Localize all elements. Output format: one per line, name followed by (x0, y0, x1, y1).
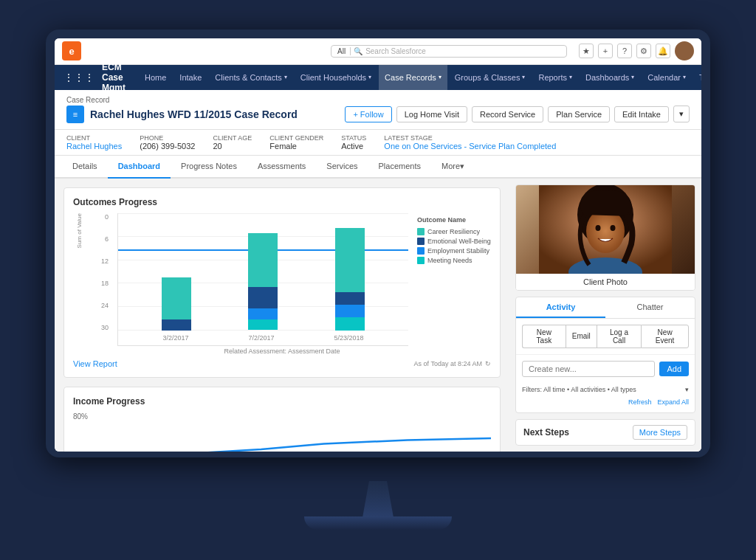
plan-service-button[interactable]: Plan Service (548, 106, 610, 122)
filter-dropdown-icon[interactable]: ▾ (685, 386, 689, 393)
activity-card: Activity Chatter New Task Email Log a Ca… (515, 297, 695, 413)
add-button[interactable]: Add (659, 362, 689, 376)
tab-activity[interactable]: Activity (516, 297, 605, 318)
refresh-link[interactable]: Refresh (628, 398, 652, 406)
legend-title: Outcome Name (417, 216, 491, 224)
nav-item-groups[interactable]: Groups & Classes ▾ (449, 65, 532, 90)
tab-chatter[interactable]: Chatter (605, 297, 695, 318)
outcomes-chart-area: Sum of Value 30 24 18 12 6 0 (73, 213, 491, 346)
nav-clients-label: Clients & Contacts (215, 73, 281, 82)
record-service-button[interactable]: Record Service (472, 106, 543, 122)
income-pct: 80% (73, 412, 491, 421)
bar-segment-1-2 (162, 319, 191, 330)
nav-item-tasks[interactable]: Tasks ▾ (693, 65, 701, 90)
help-icon[interactable]: ? (617, 44, 632, 58)
status-label: Status (341, 134, 366, 142)
nav-tasks-label: Tasks (699, 73, 701, 82)
outcomes-chart-title: Outcomes Progress (73, 197, 491, 207)
legend-dot-2 (417, 238, 425, 245)
latest-stage-value[interactable]: One on One Services - Service Plan Compl… (384, 142, 690, 151)
avatar[interactable] (675, 41, 694, 61)
x-axis-label: Related Assessment: Assessment Date (73, 348, 491, 355)
nav-item-dashboards[interactable]: Dashboards ▾ (580, 65, 640, 90)
record-header: Case Record ≡ Rachel Hughes WFD 11/2015 … (55, 90, 701, 130)
legend-item-3: Employment Stability (417, 247, 491, 255)
edit-intake-button[interactable]: Edit Intake (614, 106, 669, 122)
client-field: Client Rachel Hughes (66, 134, 122, 151)
tab-placements[interactable]: Placements (368, 156, 431, 179)
stacked-bar-1 (162, 277, 191, 331)
filters-label: Filters: All time • All activities • All… (522, 386, 636, 393)
grid-icon[interactable]: ⋮⋮⋮ (63, 72, 94, 83)
nav-item-case-records[interactable]: Case Records ▾ (379, 65, 447, 90)
more-actions-button[interactable]: ▾ (673, 106, 690, 122)
create-input[interactable] (522, 361, 655, 377)
search-bar[interactable]: All 🔍 Search Salesforce (331, 45, 567, 58)
stand-base (304, 516, 452, 530)
follow-button[interactable]: + Follow (345, 106, 391, 122)
latest-stage-field: Latest Stage One on One Services - Servi… (384, 134, 690, 151)
log-home-visit-button[interactable]: Log Home Visit (396, 106, 467, 122)
log-call-button[interactable]: Log a Call (597, 325, 642, 348)
nav-item-calendar[interactable]: Calendar ▾ (642, 65, 692, 90)
client-value[interactable]: Rachel Hughes (66, 142, 122, 151)
timestamp-text: As of Today at 8:24 AM (414, 360, 482, 367)
screen: e All 🔍 Search Salesforce ★ + ? ⚙ 🔔 ⋮⋮⋮ (55, 38, 701, 452)
gender-field: Client Gender Female (269, 134, 323, 151)
right-panel: Client Photo Activity Chatter New Task E… (509, 179, 701, 452)
legend-dot-3 (417, 247, 425, 255)
monitor-stand (304, 481, 452, 531)
more-steps-button[interactable]: More Steps (633, 425, 687, 440)
record-actions: + Follow Log Home Visit Record Service P… (345, 106, 690, 122)
favorites-icon[interactable]: ★ (579, 44, 594, 58)
chart-legend: Outcome Name Career Resiliency Emotional… (417, 213, 491, 346)
view-report-link[interactable]: View Report (73, 359, 117, 368)
refresh-icon[interactable]: ↻ (485, 360, 491, 367)
y-label-0: 30 (101, 324, 109, 331)
nav-item-intake[interactable]: Intake (173, 65, 207, 90)
add-icon[interactable]: + (598, 44, 613, 58)
gender-value: Female (269, 142, 323, 151)
legend-item-2: Emotional Well-Being (417, 238, 491, 245)
x-axis: 3/2/2017 7/2/2017 5/23/2018 (118, 331, 408, 345)
y-label-5: 0 (105, 213, 109, 221)
breadcrumb: Case Record (66, 96, 690, 104)
bar-segment-3-1 (335, 228, 365, 291)
y-axis-label: Sum of Value (76, 213, 83, 248)
search-placeholder: Search Salesforce (365, 47, 426, 55)
xaxis-label-2: 7/2/2017 (248, 334, 274, 342)
stacked-bar-2 (248, 233, 278, 331)
nav-intake-label: Intake (179, 73, 202, 82)
status-value: Active (341, 142, 366, 151)
new-event-button[interactable]: New Event (641, 325, 689, 348)
expand-all-link[interactable]: Expand All (657, 398, 689, 406)
notifications-icon[interactable]: 🔔 (656, 44, 670, 58)
y-label-2: 18 (101, 280, 109, 287)
search-all-btn[interactable]: All (337, 47, 351, 55)
nav-item-households[interactable]: Client Households ▾ (295, 65, 377, 90)
legend-label-3: Employment Stability (427, 247, 489, 255)
email-button[interactable]: Email (566, 325, 597, 348)
tab-progress-notes[interactable]: Progress Notes (171, 156, 247, 179)
tab-more[interactable]: More▾ (431, 156, 475, 179)
stand-neck (356, 481, 400, 518)
nav-item-clients[interactable]: Clients & Contacts ▾ (209, 65, 292, 90)
bar-segment-3-2 (335, 292, 365, 305)
tab-assessments[interactable]: Assessments (247, 156, 316, 179)
y-label-3: 12 (101, 257, 109, 265)
legend-dot-4 (417, 257, 425, 264)
app-logo: e (62, 41, 81, 61)
tab-services[interactable]: Services (316, 156, 368, 179)
chart-footer: View Report As of Today at 8:24 AM ↻ (73, 359, 491, 368)
nav-reports-label: Reports (538, 73, 567, 82)
settings-icon[interactable]: ⚙ (636, 44, 651, 58)
nav-item-reports[interactable]: Reports ▾ (532, 65, 578, 90)
activity-action-buttons: New Task Email Log a Call New Event (516, 319, 695, 355)
tab-details[interactable]: Details (62, 156, 108, 179)
new-task-button[interactable]: New Task (522, 325, 566, 348)
tab-dashboard[interactable]: Dashboard (108, 156, 171, 179)
top-bar: e All 🔍 Search Salesforce ★ + ? ⚙ 🔔 (55, 38, 701, 65)
nav-item-home[interactable]: Home (139, 65, 172, 90)
status-field: Status Active (341, 134, 366, 151)
legend-label-2: Emotional Well-Being (427, 238, 491, 245)
